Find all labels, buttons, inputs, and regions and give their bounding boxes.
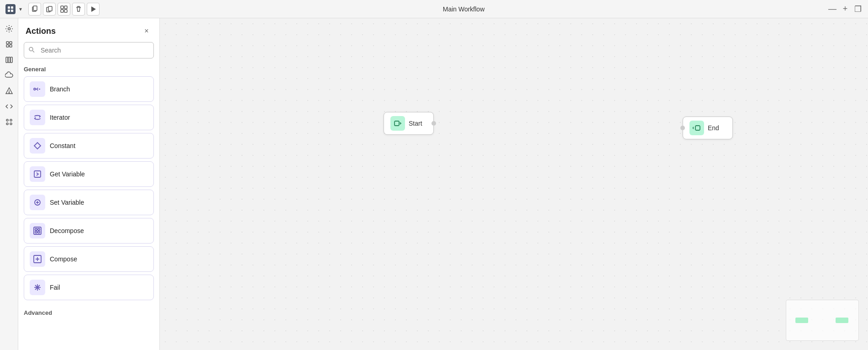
set-variable-label: Set Variable [50,199,84,206]
sidebar-layers-button[interactable] [2,37,16,51]
start-node-icon [390,116,405,131]
minimap-end [836,318,848,323]
restore-button[interactable]: ❐ [853,4,863,14]
icon-sidebar [0,18,18,350]
svg-rect-8 [61,6,63,9]
action-item-branch[interactable]: Branch [24,76,154,102]
end-node[interactable]: End [683,117,733,139]
branch-icon [30,81,45,97]
set-variable-icon [30,195,45,210]
end-node-connector-left[interactable] [680,126,685,130]
svg-rect-5 [33,6,37,11]
actions-panel: Actions × General [18,18,160,350]
svg-rect-10 [61,10,63,12]
svg-point-13 [8,28,10,30]
action-item-compose[interactable]: Compose [24,246,154,272]
start-node-label: Start [409,120,422,127]
main-layout: Actions × General [0,18,868,350]
toolbar-play-button[interactable] [87,3,100,16]
general-section-label: General [24,64,154,73]
actions-title: Actions [26,27,56,36]
svg-rect-3 [11,10,13,12]
minimap [786,300,859,341]
actions-close-button[interactable]: × [141,26,152,37]
svg-rect-42 [395,121,399,126]
constant-label: Constant [50,142,75,149]
svg-rect-17 [10,45,12,47]
toolbar-delete-button[interactable] [72,3,85,16]
svg-rect-2 [8,10,10,12]
get-variable-label: Get Variable [50,170,85,178]
action-item-iterator[interactable]: Iterator [24,105,154,130]
app-icon [5,4,16,14]
toolbar-copy1-button[interactable] [28,3,41,16]
canvas-area[interactable]: Start End [160,18,868,350]
action-item-decompose[interactable]: Decompose [24,218,154,244]
svg-rect-32 [34,227,41,234]
action-item-set-variable[interactable]: Set Variable [24,190,154,215]
svg-rect-16 [6,45,9,47]
svg-rect-36 [38,231,40,233]
svg-point-24 [10,119,12,121]
svg-point-23 [6,119,8,121]
action-item-fail[interactable]: Fail [24,275,154,300]
svg-rect-20 [11,57,12,63]
actions-header: Actions × [18,18,159,42]
svg-rect-35 [35,231,37,233]
svg-rect-34 [38,228,40,230]
sidebar-cloud-button[interactable] [2,69,16,82]
svg-point-25 [6,123,8,125]
sidebar-settings-button[interactable] [2,22,16,36]
minimap-start [795,318,808,323]
sidebar-group-button[interactable] [2,115,16,129]
search-box [24,42,154,58]
svg-rect-43 [695,126,700,130]
sidebar-alert-button[interactable] [2,84,16,98]
sidebar-library-button[interactable] [2,53,16,67]
end-node-icon [689,121,704,135]
decompose-icon [30,223,45,239]
end-node-label: End [708,124,719,132]
svg-point-26 [10,123,12,125]
svg-rect-1 [11,6,13,9]
start-node-connector-right[interactable] [431,121,436,126]
titlebar-left: ▾ [5,4,23,14]
svg-rect-9 [64,6,67,9]
workflow-title: Main Workflow [103,5,824,13]
start-node[interactable]: Start [384,112,434,135]
constant-icon [30,138,45,154]
svg-rect-30 [34,171,41,177]
svg-rect-15 [10,42,12,44]
action-item-constant[interactable]: Constant [24,133,154,159]
svg-point-29 [34,88,36,90]
svg-rect-0 [8,6,10,9]
sidebar-code-button[interactable] [2,100,16,113]
action-item-get-variable[interactable]: Get Variable [24,161,154,187]
branch-label: Branch [50,85,70,93]
titlebar: ▾ [0,0,868,18]
toolbar-copy2-button[interactable] [43,3,56,16]
advanced-section-label: Advanced [24,308,154,316]
get-variable-icon [30,166,45,182]
decompose-label: Decompose [50,227,84,234]
svg-rect-18 [6,57,8,63]
svg-point-22 [9,92,10,93]
minimize-button[interactable]: — [828,4,837,14]
toolbar-copy3-button[interactable] [58,3,70,16]
svg-rect-7 [48,6,52,11]
iterator-label: Iterator [50,114,70,121]
svg-rect-19 [8,57,10,63]
window-buttons: — + ❐ [828,4,863,14]
compose-icon [30,251,45,267]
svg-rect-33 [35,228,37,230]
iterator-icon [30,110,45,125]
compose-label: Compose [50,255,77,263]
app-dropdown[interactable]: ▾ [18,5,23,13]
fail-icon [30,280,45,295]
svg-rect-11 [64,10,67,12]
search-input[interactable] [24,42,154,58]
toolbar-buttons [28,3,100,16]
svg-marker-12 [91,6,96,12]
maximize-button[interactable]: + [841,4,850,14]
fail-label: Fail [50,284,60,291]
